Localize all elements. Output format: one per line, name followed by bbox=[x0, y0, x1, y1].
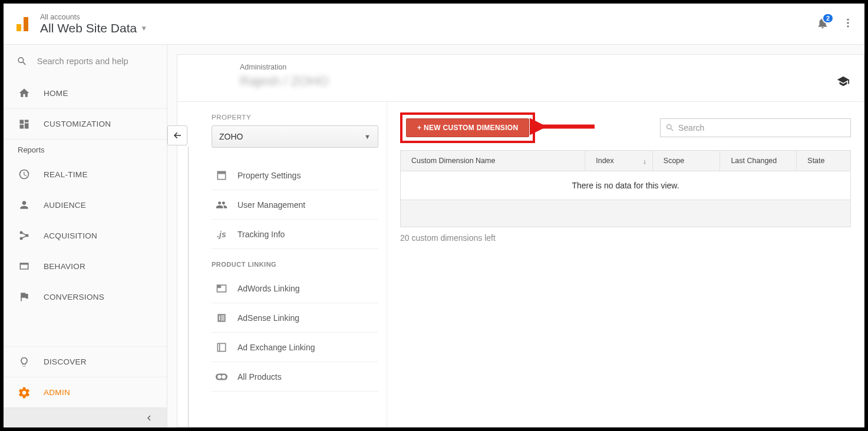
nav-customization-label: CUSTOMIZATION bbox=[44, 120, 111, 128]
svg-rect-16 bbox=[221, 319, 225, 320]
new-button-highlight: + NEW CUSTOM DIMENSION bbox=[400, 112, 535, 143]
nav-discover-label: DISCOVER bbox=[44, 357, 87, 366]
chevron-left-icon bbox=[144, 413, 154, 423]
account-picker[interactable]: All accounts All Web Site Data ▼ bbox=[40, 13, 147, 35]
bulb-icon bbox=[18, 356, 30, 368]
adsense-linking-link[interactable]: AdSense Linking bbox=[212, 303, 378, 333]
search-icon bbox=[665, 123, 675, 132]
search-input[interactable] bbox=[37, 57, 154, 66]
left-nav: HOME CUSTOMIZATION Reports REAL-TIME AUD… bbox=[4, 45, 167, 427]
new-custom-dimension-button[interactable]: + NEW CUSTOM DIMENSION bbox=[406, 118, 529, 137]
adwords-label: AdWords Linking bbox=[237, 284, 300, 293]
link-icon bbox=[215, 372, 228, 382]
admin-breadcrumb-path: Rajesh / ZOHO bbox=[240, 74, 846, 89]
education-icon[interactable] bbox=[837, 75, 850, 90]
adexchange-linking-link[interactable]: Ad Exchange Linking bbox=[212, 333, 378, 362]
window-icon bbox=[18, 260, 30, 272]
clock-icon bbox=[18, 168, 30, 180]
svg-rect-14 bbox=[221, 315, 225, 316]
nav-behavior-label: BEHAVIOR bbox=[44, 262, 85, 271]
dashboard-icon bbox=[18, 118, 30, 130]
nav-admin[interactable]: ADMIN bbox=[4, 377, 167, 407]
table-search[interactable] bbox=[660, 118, 851, 137]
adexchange-icon bbox=[216, 342, 227, 353]
svg-rect-18 bbox=[219, 343, 220, 351]
col-scope[interactable]: Scope bbox=[652, 151, 720, 171]
svg-point-20 bbox=[217, 374, 221, 378]
property-select[interactable]: ZOHO ▼ bbox=[212, 125, 378, 148]
ga-logo-icon bbox=[12, 14, 33, 35]
nav-audience-label: AUDIENCE bbox=[44, 201, 86, 210]
adsense-icon bbox=[216, 312, 227, 324]
table-search-input[interactable] bbox=[678, 123, 846, 132]
svg-point-4 bbox=[847, 25, 849, 27]
back-arrow-icon bbox=[172, 130, 183, 141]
svg-rect-13 bbox=[219, 315, 220, 320]
svg-rect-0 bbox=[16, 24, 21, 31]
svg-point-21 bbox=[222, 374, 225, 378]
svg-rect-15 bbox=[221, 317, 225, 319]
tracking-info-label: Tracking Info bbox=[237, 230, 285, 239]
js-icon: .js bbox=[214, 230, 229, 239]
empty-state-message: There is no data for this view. bbox=[401, 171, 851, 200]
nav-acquisition[interactable]: ACQUISITION bbox=[4, 220, 167, 251]
all-products-link[interactable]: All Products bbox=[212, 362, 378, 392]
home-icon bbox=[18, 87, 30, 99]
svg-point-3 bbox=[847, 22, 849, 24]
search-icon bbox=[16, 55, 28, 68]
column-divider bbox=[188, 147, 189, 427]
custom-dimensions-table: Custom Dimension Name Index↓ Scope Last … bbox=[400, 150, 851, 227]
back-button[interactable] bbox=[167, 125, 187, 145]
nav-acquisition-label: ACQUISITION bbox=[44, 231, 97, 240]
col-index[interactable]: Index↓ bbox=[585, 151, 653, 171]
nav-conversions-label: CONVERSIONS bbox=[44, 293, 104, 301]
table-footer bbox=[401, 200, 851, 227]
flag-icon bbox=[18, 291, 30, 303]
tracking-info-link[interactable]: .js Tracking Info bbox=[212, 220, 378, 249]
nav-home-label: HOME bbox=[44, 89, 68, 98]
gear-icon bbox=[18, 386, 31, 399]
chevron-down-icon: ▼ bbox=[364, 133, 371, 140]
svg-rect-17 bbox=[217, 343, 225, 351]
col-name[interactable]: Custom Dimension Name bbox=[401, 151, 585, 171]
adwords-linking-link[interactable]: AdWords Linking bbox=[212, 274, 378, 303]
svg-rect-11 bbox=[217, 285, 222, 288]
svg-rect-9 bbox=[217, 171, 225, 174]
admin-breadcrumb-label: Administration bbox=[240, 63, 846, 71]
user-management-label: User Management bbox=[237, 200, 305, 210]
property-column: PROPERTY ZOHO ▼ Property Settings bbox=[177, 102, 387, 427]
svg-rect-1 bbox=[24, 17, 28, 31]
notification-badge: 2 bbox=[822, 13, 834, 24]
nav-discover[interactable]: DISCOVER bbox=[4, 346, 167, 377]
nav-customization[interactable]: CUSTOMIZATION bbox=[4, 108, 167, 139]
more-menu-button[interactable] bbox=[840, 15, 856, 34]
svg-rect-19 bbox=[216, 373, 227, 380]
notifications-button[interactable]: 2 bbox=[816, 16, 829, 32]
all-products-label: All Products bbox=[237, 372, 282, 382]
nav-conversions[interactable]: CONVERSIONS bbox=[4, 281, 167, 312]
custom-dimensions-panel: + NEW CUSTOM DIMENSION bbox=[387, 102, 864, 427]
svg-point-2 bbox=[847, 18, 849, 20]
product-linking-header: PRODUCT LINKING bbox=[212, 249, 378, 274]
nav-home[interactable]: HOME bbox=[4, 78, 167, 108]
col-state[interactable]: State bbox=[797, 151, 851, 171]
people-icon bbox=[216, 199, 227, 211]
nav-realtime-label: REAL-TIME bbox=[44, 170, 88, 179]
sort-desc-icon: ↓ bbox=[643, 158, 646, 165]
accounts-label: All accounts bbox=[40, 13, 147, 21]
col-last-changed[interactable]: Last Changed bbox=[720, 151, 797, 171]
nav-realtime[interactable]: REAL-TIME bbox=[4, 159, 167, 190]
settings-box-icon bbox=[216, 170, 227, 181]
app-header: All accounts All Web Site Data ▼ 2 bbox=[4, 4, 864, 45]
adsense-label: AdSense Linking bbox=[237, 313, 299, 323]
share-icon bbox=[18, 230, 30, 241]
nav-behavior[interactable]: BEHAVIOR bbox=[4, 251, 167, 281]
annotation-arrow-icon bbox=[530, 116, 600, 140]
adwords-icon bbox=[216, 283, 227, 294]
property-settings-link[interactable]: Property Settings bbox=[212, 161, 378, 190]
dimensions-remaining-label: 20 custom dimensions left bbox=[400, 233, 851, 243]
collapse-nav-button[interactable] bbox=[4, 407, 167, 427]
nav-audience[interactable]: AUDIENCE bbox=[4, 190, 167, 220]
user-management-link[interactable]: User Management bbox=[212, 190, 378, 220]
chevron-down-icon: ▼ bbox=[140, 24, 147, 32]
